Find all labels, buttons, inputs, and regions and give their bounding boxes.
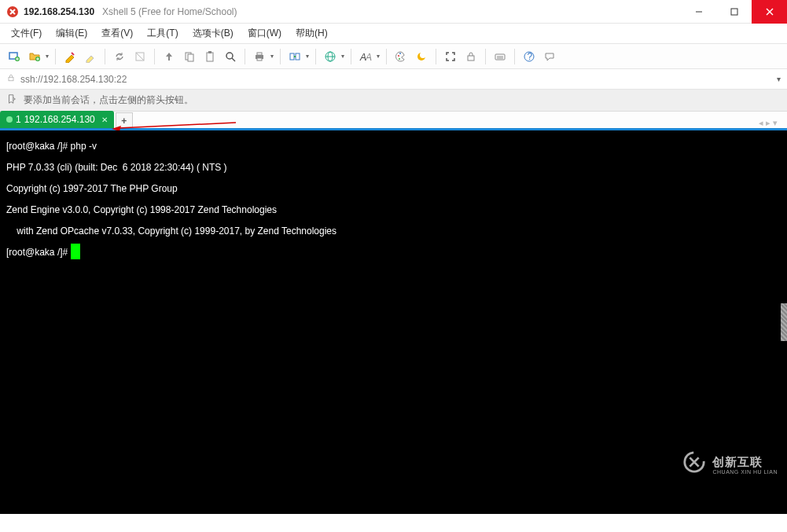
- cursor: [71, 244, 80, 259]
- minimize-button[interactable]: [681, 0, 716, 24]
- status-dot-icon: [6, 116, 13, 123]
- watermark-logo-icon: [667, 430, 706, 501]
- globe-icon[interactable]: [321, 47, 340, 66]
- address-bar[interactable]: ssh://192.168.254.130:22 ▾: [0, 69, 787, 90]
- chat-icon[interactable]: [540, 47, 559, 66]
- svg-point-26: [399, 53, 401, 54]
- lock-icon[interactable]: [462, 47, 480, 66]
- reconnect-icon[interactable]: [110, 47, 129, 66]
- svg-text:A: A: [365, 52, 372, 63]
- svg-rect-16: [257, 53, 262, 55]
- tab-label: 192.168.254.130: [24, 114, 95, 125]
- hint-text: 要添加当前会话，点击左侧的箭头按钮。: [24, 94, 193, 107]
- close-button[interactable]: [752, 0, 787, 24]
- svg-rect-10: [188, 54, 193, 61]
- new-folder-icon[interactable]: [25, 47, 44, 66]
- search-icon[interactable]: [221, 47, 240, 66]
- arrow-up-icon[interactable]: [160, 47, 178, 66]
- dropdown-icon[interactable]: ▾: [375, 53, 381, 60]
- help-icon[interactable]: ?: [520, 47, 539, 66]
- tab-nav-arrows[interactable]: ◂ ▸ ▾: [749, 118, 787, 128]
- svg-point-13: [226, 53, 233, 59]
- dropdown-icon[interactable]: ▾: [304, 53, 311, 60]
- svg-line-14: [232, 58, 235, 61]
- copy-icon[interactable]: [180, 47, 199, 66]
- svg-rect-11: [207, 53, 213, 61]
- session-tab-active[interactable]: 1 192.168.254.130 ✕: [0, 111, 114, 128]
- app-icon: [6, 6, 19, 18]
- chevron-down-icon[interactable]: ▾: [777, 75, 781, 83]
- menu-tabs[interactable]: 选项卡(B): [186, 24, 240, 42]
- address-url: ssh://192.168.254.130:22: [20, 74, 127, 85]
- svg-point-25: [398, 55, 399, 57]
- dropdown-icon[interactable]: ▾: [340, 53, 346, 60]
- svg-rect-19: [296, 53, 300, 60]
- terminal-prompt: [root@kaka /]#: [6, 247, 71, 258]
- menu-bar: 文件(F) 编辑(E) 查看(V) 工具(T) 选项卡(B) 窗口(W) 帮助(…: [0, 24, 787, 44]
- menu-tools[interactable]: 工具(T): [141, 24, 184, 42]
- disconnect-icon[interactable]: [131, 47, 149, 66]
- watermark-title: 创新互联: [712, 456, 778, 469]
- transfer-icon[interactable]: [285, 47, 304, 66]
- menu-window[interactable]: 窗口(W): [241, 24, 288, 42]
- menu-help[interactable]: 帮助(H): [289, 24, 334, 42]
- theme-icon[interactable]: [412, 47, 431, 66]
- fullscreen-icon[interactable]: [441, 47, 460, 66]
- separator: [386, 49, 387, 64]
- svg-rect-17: [257, 58, 262, 61]
- palette-icon[interactable]: [392, 47, 410, 66]
- separator: [351, 49, 351, 64]
- terminal-pane[interactable]: [root@kaka /]# php -v PHP 7.0.33 (cli) (…: [0, 130, 787, 514]
- title-bar: 192.168.254.130 Xshell 5 (Free for Home/…: [0, 0, 787, 24]
- terminal-line: with Zend OPcache v7.0.33, Copyright (c)…: [6, 226, 336, 237]
- terminal-line: [root@kaka /]# php -v: [6, 141, 97, 152]
- svg-point-39: [685, 453, 704, 471]
- menu-file[interactable]: 文件(F): [5, 24, 48, 42]
- menu-edit[interactable]: 编辑(E): [50, 24, 94, 42]
- separator: [514, 49, 515, 64]
- separator: [315, 49, 316, 64]
- terminal-line: Zend Engine v3.0.0, Copyright (c) 1998-2…: [6, 204, 277, 215]
- dropdown-icon[interactable]: ▾: [44, 53, 50, 60]
- tab-strip: 1 192.168.254.130 ✕ + ◂ ▸ ▾: [0, 112, 787, 130]
- keyboard-icon[interactable]: [491, 47, 509, 66]
- separator: [55, 49, 56, 64]
- separator: [485, 49, 486, 64]
- hint-bar: 要添加当前会话，点击左侧的箭头按钮。: [0, 90, 787, 112]
- lock-small-icon: [6, 73, 16, 85]
- separator: [436, 49, 436, 64]
- terminal-line: PHP 7.0.33 (cli) (built: Dec 6 2018 22:3…: [6, 162, 227, 173]
- toolbar: ▾ ▾ ▾ ▾ AA ▾ ?: [0, 44, 787, 69]
- svg-point-29: [420, 52, 426, 58]
- separator: [105, 49, 105, 64]
- terminal-line: Copyright (c) 1997-2017 The PHP Group: [6, 183, 178, 194]
- dropdown-icon[interactable]: ▾: [269, 53, 275, 60]
- paste-icon[interactable]: [200, 47, 219, 66]
- menu-view[interactable]: 查看(V): [95, 24, 139, 42]
- separator: [280, 49, 281, 64]
- title-host: 192.168.254.130: [24, 6, 94, 17]
- maximize-button[interactable]: [716, 0, 752, 24]
- tab-index: 1: [16, 114, 21, 125]
- svg-line-37: [118, 123, 236, 128]
- svg-rect-18: [290, 53, 294, 60]
- title-subtitle: Xshell 5 (Free for Home/School): [102, 6, 237, 17]
- scrollbar-thumb[interactable]: [781, 303, 787, 341]
- highlight-icon[interactable]: [81, 47, 100, 66]
- svg-text:?: ?: [528, 51, 533, 62]
- svg-point-27: [399, 58, 400, 60]
- svg-rect-12: [208, 51, 211, 53]
- watermark-sub: CHUANG XIN HU LIAN: [712, 469, 778, 475]
- separator: [245, 49, 245, 64]
- tab-close-icon[interactable]: ✕: [101, 116, 108, 124]
- svg-rect-2: [731, 9, 737, 15]
- font-icon[interactable]: AA: [356, 47, 375, 66]
- properties-icon[interactable]: [61, 47, 79, 66]
- bookmark-arrow-icon[interactable]: [6, 94, 17, 107]
- separator: [154, 49, 155, 64]
- annotation-arrow: [112, 119, 237, 130]
- svg-rect-30: [468, 56, 474, 61]
- svg-rect-36: [9, 77, 13, 81]
- print-icon[interactable]: [250, 47, 269, 66]
- new-session-icon[interactable]: [5, 47, 24, 66]
